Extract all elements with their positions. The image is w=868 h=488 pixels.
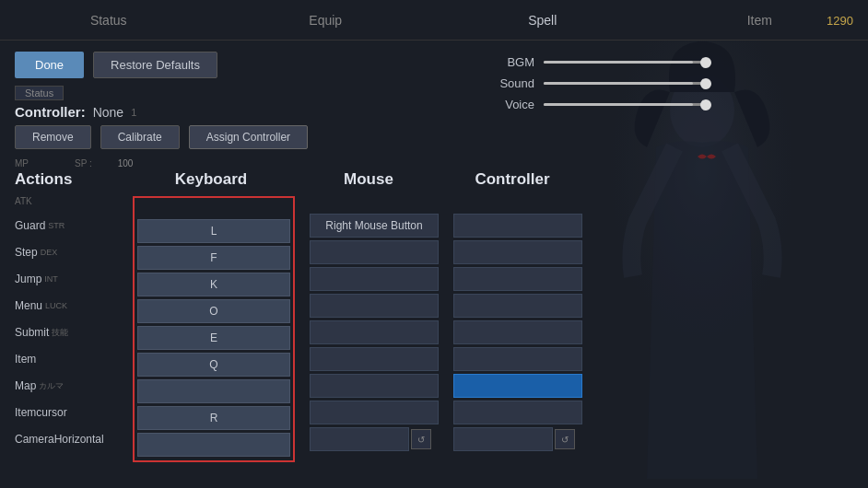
bgm-row: BGM [494, 55, 853, 69]
col-controller-header: Controller [448, 170, 577, 189]
assign-controller-button[interactable]: Assign Controller [189, 125, 308, 149]
voice-row: Voice [494, 98, 853, 111]
status-tag: Status [15, 86, 64, 100]
tab-bar: Status Equip Spell Item 1290 [0, 0, 868, 41]
audio-panel: BGM Sound Voice [475, 55, 853, 111]
itemcursor-keyboard[interactable]: R [137, 406, 290, 430]
itemcursor-mouse[interactable] [310, 401, 439, 424]
controller-label: Controller: [15, 104, 86, 120]
gold-display: 1290 [827, 13, 853, 27]
controller-value: None [93, 105, 123, 120]
voice-slider[interactable] [544, 103, 710, 106]
camerahorizontal-keyboard[interactable] [137, 433, 290, 457]
menu-controller[interactable] [453, 294, 582, 318]
tab-spell[interactable]: Spell [434, 2, 651, 39]
cols-right: Keyboard Mouse Controller [125, 170, 577, 189]
done-button[interactable]: Done [15, 52, 84, 78]
int-sub: INT [44, 274, 58, 284]
itemcursor-action: Itemcursor [15, 401, 125, 424]
map-mouse[interactable] [310, 374, 439, 398]
submit-mouse[interactable] [310, 320, 439, 344]
map-controller[interactable] [453, 374, 582, 398]
karma-sub: カルマ [39, 380, 64, 392]
step-keyboard[interactable]: F [137, 246, 290, 270]
item-mouse[interactable] [310, 347, 439, 371]
dex-sub: DEX [41, 248, 58, 257]
sound-fill [544, 82, 693, 85]
map-keyboard[interactable] [137, 379, 290, 403]
col-mouse-header: Mouse [304, 170, 433, 189]
camerahorizontal-action: CameraHorizontal [15, 427, 125, 451]
controller-column: ↺ [446, 196, 582, 462]
remove-button[interactable]: Remove [15, 125, 91, 149]
submit-action: Submit 技能 [15, 320, 125, 344]
controller-id: 1 [131, 107, 136, 118]
columns-header: Actions Keyboard Mouse Controller [15, 170, 853, 189]
controller-spacer [446, 196, 582, 211]
mouse-column: Right Mouse Button ↺ [302, 196, 439, 462]
sound-label: Sound [494, 76, 534, 90]
step-action: Step DEX [15, 240, 125, 264]
mouse-spacer [302, 196, 439, 211]
bgm-label: BGM [494, 55, 534, 69]
voice-fill [544, 103, 693, 106]
tab-status[interactable]: Status [0, 2, 217, 39]
col-keyboard-header: Keyboard [133, 170, 289, 189]
sound-thumb [700, 78, 711, 89]
bgm-thumb [700, 57, 711, 68]
step-controller[interactable] [453, 240, 582, 264]
camerahorizontal-controller-row: ↺ [446, 427, 575, 451]
luck-sub: LUCK [45, 301, 67, 310]
camerahorizontal-mouse-row: ↺ [302, 427, 431, 451]
submit-keyboard[interactable]: E [137, 326, 290, 350]
voice-thumb [700, 99, 711, 110]
skill-sub: 技能 [52, 327, 68, 339]
left-controls: Done Restore Defaults Status Controller:… [15, 52, 475, 149]
voice-label: Voice [494, 98, 534, 111]
bgm-slider[interactable] [544, 61, 710, 64]
camerahorizontal-mouse[interactable] [310, 427, 409, 451]
jump-controller[interactable] [453, 267, 582, 291]
controller-icon-1[interactable]: ↺ [555, 429, 575, 449]
keyboard-column: L F K O E Q R [133, 196, 295, 462]
controller-row: Controller: None 1 [15, 104, 475, 120]
bindings-container: ATK Guard STR Step DEX Jump INT Menu LUC… [15, 192, 853, 462]
step-mouse[interactable] [310, 240, 439, 264]
itemcursor-controller[interactable] [453, 401, 582, 424]
button-row-1: Done Restore Defaults [15, 52, 475, 78]
map-action: Map カルマ [15, 374, 125, 398]
menu-action: Menu LUCK [15, 294, 125, 318]
menu-keyboard[interactable]: O [137, 299, 290, 323]
submit-controller[interactable] [453, 320, 582, 344]
menu-mouse[interactable] [310, 294, 439, 318]
sound-row: Sound [494, 76, 853, 90]
jump-action: Jump INT [15, 267, 125, 291]
restore-defaults-button[interactable]: Restore Defaults [93, 52, 217, 78]
mp-label: MP [15, 158, 29, 168]
calibrate-button[interactable]: Calibrate [100, 125, 180, 149]
guard-controller[interactable] [453, 214, 582, 238]
bgm-fill [544, 61, 693, 64]
camerahorizontal-controller[interactable] [453, 427, 553, 451]
jump-keyboard[interactable]: K [137, 273, 290, 296]
item-action: Item [15, 347, 125, 371]
stat-labels: MP SP : 100 [15, 158, 853, 168]
air-label: ATK [15, 196, 125, 211]
sound-slider[interactable] [544, 82, 710, 85]
button-row-2: Remove Calibrate Assign Controller [15, 125, 475, 149]
top-row: Done Restore Defaults Status Controller:… [15, 52, 853, 149]
item-keyboard[interactable]: Q [137, 353, 290, 377]
actions-column: ATK Guard STR Step DEX Jump INT Menu LUC… [15, 192, 125, 462]
main-content: Done Restore Defaults Status Controller:… [0, 41, 868, 473]
col-actions-header: Actions [15, 170, 125, 189]
item-controller[interactable] [453, 347, 582, 371]
guard-keyboard[interactable]: L [137, 219, 290, 243]
guard-action: Guard STR [15, 214, 125, 238]
sp-value: 100 [118, 158, 134, 168]
mouse-icon-1[interactable]: ↺ [411, 429, 431, 449]
jump-mouse[interactable] [310, 267, 439, 291]
sp-label: SP : [75, 158, 92, 168]
tab-equip[interactable]: Equip [217, 2, 435, 39]
keyboard-spacer [137, 202, 290, 216]
guard-mouse[interactable]: Right Mouse Button [310, 214, 439, 238]
